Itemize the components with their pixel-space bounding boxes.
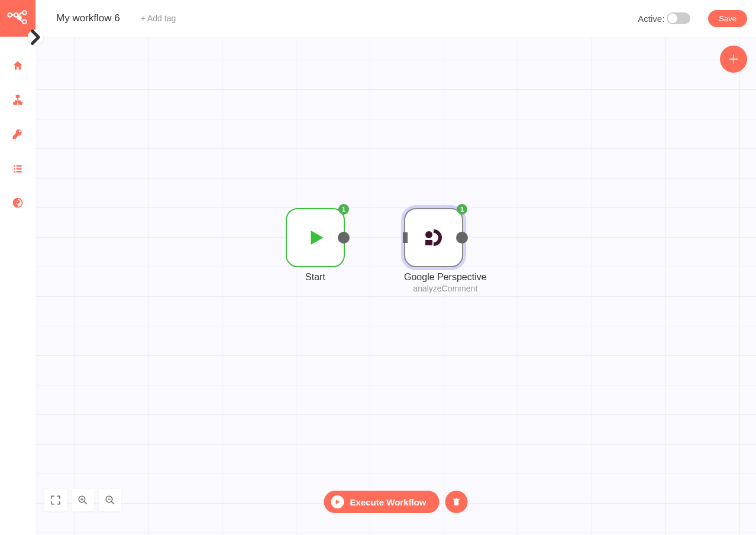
fit-view-button[interactable]: [44, 489, 67, 511]
nav-credentials[interactable]: [0, 117, 35, 151]
workflow-canvas[interactable]: 1 Start 1 Google Perspective analyzeComm…: [35, 37, 756, 535]
expand-sidebar-button[interactable]: [28, 30, 43, 45]
list-icon: [12, 163, 24, 174]
n8n-logo-icon: [7, 7, 29, 30]
node-perspective-subtitle: analyzeComment: [404, 284, 487, 293]
svg-point-9: [425, 231, 432, 238]
node-connection[interactable]: [345, 237, 404, 238]
node-perspective-output-port[interactable]: [456, 232, 468, 244]
perspective-icon: [422, 226, 445, 249]
execute-workflow-button[interactable]: Execute Workflow: [324, 491, 440, 513]
node-start-badge: 1: [338, 204, 349, 215]
nav-items: ?: [0, 37, 35, 220]
zoom-out-button[interactable]: [99, 489, 121, 511]
node-start-output-port[interactable]: [338, 232, 350, 244]
svg-point-0: [8, 13, 12, 17]
nav-home[interactable]: [0, 48, 35, 83]
zoom-in-icon: [77, 495, 88, 505]
play-circle-icon: [331, 495, 344, 508]
workflow-icon: [12, 94, 24, 106]
help-icon: ?: [12, 197, 24, 209]
nav-executions[interactable]: [0, 151, 35, 186]
svg-rect-6: [14, 102, 17, 105]
nav-help[interactable]: ?: [0, 186, 35, 220]
svg-text:?: ?: [15, 197, 20, 207]
zoom-in-button[interactable]: [72, 489, 94, 511]
node-start[interactable]: 1 Start: [286, 208, 345, 283]
delete-executions-button[interactable]: [445, 491, 467, 513]
logo[interactable]: [0, 0, 35, 37]
add-node-button[interactable]: [720, 46, 747, 73]
svg-point-2: [22, 11, 27, 15]
add-tag-button[interactable]: + Add tag: [141, 14, 176, 23]
sidebar: ?: [0, 0, 35, 535]
bottom-actions: Execute Workflow: [324, 491, 468, 513]
active-toggle[interactable]: [667, 12, 690, 24]
trash-icon: [451, 497, 461, 507]
key-icon: [12, 128, 24, 140]
node-start-title: Start: [286, 272, 345, 283]
fullscreen-icon: [50, 495, 61, 505]
play-icon: [305, 227, 326, 248]
node-perspective-title: Google Perspective: [404, 272, 487, 283]
svg-rect-10: [425, 240, 432, 245]
zoom-out-icon: [105, 495, 115, 505]
header: My workflow 6 + Add tag Active: Save: [35, 0, 756, 37]
zoom-controls: [44, 489, 121, 511]
chevron-right-icon: [28, 26, 43, 48]
execute-workflow-label: Execute Workflow: [350, 497, 427, 507]
nav-workflows[interactable]: [0, 83, 35, 117]
active-label: Active:: [638, 14, 664, 24]
node-google-perspective[interactable]: 1 Google Perspective analyzeComment: [404, 208, 487, 293]
svg-point-1: [14, 13, 18, 17]
svg-rect-7: [20, 102, 22, 105]
save-button[interactable]: Save: [708, 10, 747, 27]
svg-rect-5: [17, 95, 20, 98]
workflow-title[interactable]: My workflow 6: [56, 12, 120, 24]
home-icon: [12, 60, 24, 72]
svg-point-3: [22, 20, 27, 24]
node-perspective-input-port[interactable]: [403, 232, 408, 243]
plus-icon: [727, 53, 740, 66]
node-perspective-badge: 1: [457, 204, 467, 215]
